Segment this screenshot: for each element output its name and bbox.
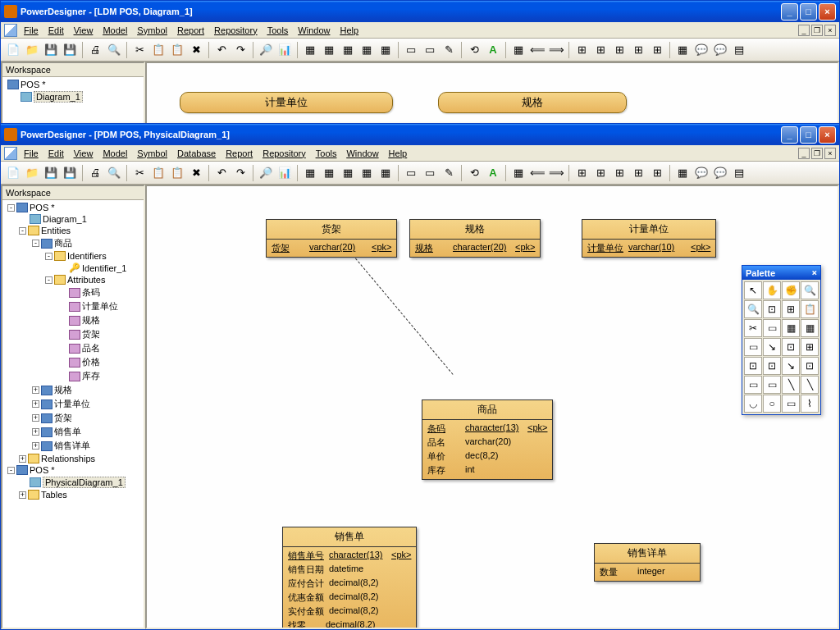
tb-icon[interactable]: ▭: [421, 164, 439, 182]
collapse-icon[interactable]: -: [45, 253, 52, 260]
new-icon[interactable]: 📄: [4, 164, 22, 182]
preview-icon[interactable]: 🔍: [105, 164, 123, 182]
tree-xiaoshoux[interactable]: 销售详单: [54, 440, 90, 452]
tb-icon[interactable]: ▤: [730, 41, 748, 59]
tb-icon[interactable]: 💬: [692, 41, 710, 59]
open-icon[interactable]: 📁: [23, 164, 41, 182]
tb-icon[interactable]: ⊞: [629, 164, 647, 182]
tree-a6[interactable]: 价格: [82, 356, 100, 368]
saveall-icon[interactable]: 💾: [61, 164, 79, 182]
tb-icon[interactable]: ▦: [673, 164, 692, 182]
open-icon[interactable]: 📁: [23, 41, 41, 59]
menu-view[interactable]: View: [69, 24, 98, 37]
entity-xiaoshou[interactable]: 销售单 销售单号character(13)<pk> 销售日期datetime 应…: [282, 527, 417, 629]
tb-icon[interactable]: A: [484, 164, 502, 182]
entity-guige[interactable]: 规格 规格character(20)<pk>: [409, 219, 541, 258]
maximize-button[interactable]: □: [800, 3, 817, 21]
delete-icon[interactable]: ✖: [187, 41, 205, 59]
mdi-min[interactable]: _: [798, 148, 810, 159]
delete-icon[interactable]: ✖: [187, 164, 205, 182]
undo-icon[interactable]: ↶: [212, 41, 231, 59]
menu-help[interactable]: Help: [335, 24, 363, 37]
menu-model[interactable]: Model: [98, 24, 132, 37]
menu-model[interactable]: Model: [98, 147, 132, 160]
paste-icon[interactable]: 📋: [168, 164, 186, 182]
save-icon[interactable]: 💾: [42, 41, 60, 59]
tb-icon[interactable]: ▤: [730, 164, 748, 182]
tree-diagram[interactable]: Diagram_1: [34, 91, 83, 103]
tb-icon[interactable]: ▦: [320, 164, 338, 182]
polyline-icon[interactable]: ⌇: [801, 395, 819, 413]
tree-a3[interactable]: 规格: [82, 314, 100, 326]
table-icon[interactable]: ▦: [801, 319, 819, 337]
line-icon[interactable]: ╲: [782, 376, 800, 394]
mdi-restore[interactable]: ❐: [811, 148, 823, 159]
line-icon[interactable]: ╲: [801, 376, 819, 394]
mdi-min[interactable]: _: [798, 25, 810, 36]
link-icon[interactable]: ↘: [782, 357, 800, 375]
expand-icon[interactable]: +: [19, 491, 26, 499]
new-icon[interactable]: 📄: [4, 41, 22, 59]
tree-jiliang[interactable]: 计量单位: [54, 398, 90, 410]
paste-icon[interactable]: 📋: [168, 41, 186, 59]
expand-icon[interactable]: +: [32, 414, 39, 422]
tree-relationships[interactable]: Relationships: [41, 454, 95, 463]
menu-database[interactable]: Database: [172, 147, 221, 160]
menu-repository[interactable]: Repository: [209, 24, 262, 37]
tb-icon[interactable]: ⟸: [528, 164, 546, 182]
tool-icon[interactable]: ⊡: [763, 357, 781, 375]
grab-icon[interactable]: ✊: [782, 281, 800, 299]
menu-window[interactable]: Window: [341, 147, 383, 160]
rect-icon[interactable]: ▭: [782, 395, 800, 413]
tool-icon[interactable]: ▭: [744, 376, 762, 394]
tool-icon[interactable]: ⊡: [782, 338, 800, 356]
tool-icon[interactable]: ⊡: [744, 357, 762, 375]
zoom-icon[interactable]: ⊞: [782, 300, 800, 318]
menu-report[interactable]: Report: [221, 147, 258, 160]
mdi-restore[interactable]: ❐: [811, 25, 823, 36]
cut-icon[interactable]: ✂: [744, 319, 762, 337]
tree-a5[interactable]: 品名: [82, 342, 100, 354]
tree-diagram[interactable]: Diagram_1: [43, 214, 87, 224]
tool-icon[interactable]: ▭: [763, 376, 781, 394]
doc-icon[interactable]: [4, 24, 17, 37]
collapse-icon[interactable]: -: [7, 467, 15, 474]
palette-close-icon[interactable]: ×: [811, 267, 817, 278]
tree-shangpin[interactable]: 商品: [54, 237, 72, 249]
tb-icon[interactable]: ⊞: [629, 41, 647, 59]
zoomout-icon[interactable]: 🔍: [744, 300, 762, 318]
preview-icon[interactable]: 🔍: [105, 41, 123, 59]
tb-icon[interactable]: ⟹: [547, 41, 565, 59]
minimize-button[interactable]: _: [781, 126, 798, 144]
titlebar-pdm[interactable]: PowerDesigner - [PDM POS, PhysicalDiagra…: [1, 124, 839, 145]
entity-huojia[interactable]: 货架 货架varchar(20)<pk>: [266, 219, 397, 258]
print-icon[interactable]: 🖨: [86, 164, 104, 182]
tb-icon[interactable]: 💬: [692, 164, 710, 182]
menu-tools[interactable]: Tools: [311, 147, 342, 160]
tb-icon[interactable]: ▭: [402, 41, 420, 59]
tb-icon[interactable]: ⊞: [610, 41, 628, 59]
menu-report[interactable]: Report: [172, 24, 209, 37]
entity-xiaoshoux[interactable]: 销售详单 数量integer: [594, 543, 701, 582]
tb-icon[interactable]: ⊞: [591, 41, 609, 59]
tree-pos[interactable]: POS *: [21, 80, 46, 89]
pointer-icon[interactable]: ↖: [744, 281, 762, 299]
props-icon[interactable]: 📋: [801, 300, 819, 318]
props-icon[interactable]: 📊: [276, 41, 294, 59]
tb-icon[interactable]: ▦: [320, 41, 338, 59]
redo-icon[interactable]: ↷: [231, 164, 249, 182]
tb-icon[interactable]: ▦: [509, 41, 527, 59]
maximize-button[interactable]: □: [800, 126, 817, 144]
collapse-icon[interactable]: -: [32, 240, 39, 247]
zoom-icon[interactable]: ⊡: [763, 300, 781, 318]
menu-help[interactable]: Help: [384, 147, 413, 160]
save-icon[interactable]: 💾: [42, 164, 60, 182]
arc-icon[interactable]: ◡: [744, 395, 762, 413]
expand-icon[interactable]: +: [32, 428, 39, 436]
mdi-close[interactable]: ×: [824, 25, 836, 36]
menu-edit[interactable]: Edit: [43, 24, 69, 37]
props-icon[interactable]: 📊: [276, 164, 294, 182]
pen-icon[interactable]: ✎: [440, 41, 458, 59]
menu-window[interactable]: Window: [293, 24, 335, 37]
find-icon[interactable]: 🔎: [257, 164, 275, 182]
